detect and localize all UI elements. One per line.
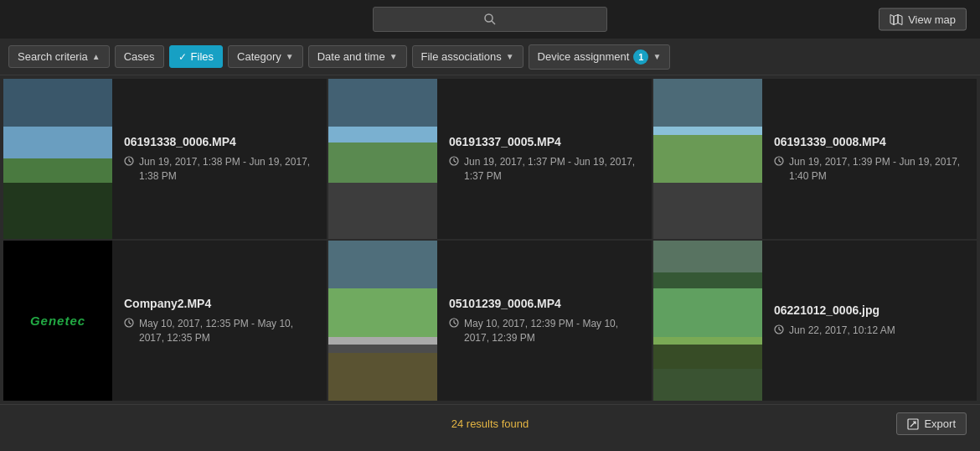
item-title: 06191338_0006.MP4 <box>124 135 315 148</box>
grid-item[interactable]: 05101239_0006.MP4May 10, 2017, 12:39 PM … <box>328 241 652 401</box>
results-text: 24 results found <box>451 417 529 430</box>
chevron-down-icon-4: ▼ <box>652 52 661 61</box>
item-info: 06191339_0008.MP4Jun 19, 2017, 1:39 PM -… <box>762 125 977 194</box>
file-assoc-label: File associations <box>421 50 502 63</box>
date-time-button[interactable]: Date and time ▼ <box>308 45 407 68</box>
results-count: 24 <box>451 417 463 430</box>
thumbnail: Genetec <box>3 241 112 401</box>
grid-item[interactable]: 06191339_0008.MP4Jun 19, 2017, 1:39 PM -… <box>653 79 977 239</box>
top-bar: View map <box>0 0 980 39</box>
item-title: 05101239_0006.MP4 <box>449 297 640 310</box>
item-date: Jun 19, 2017, 1:37 PM - Jun 19, 2017, 1:… <box>449 155 640 184</box>
item-info: 06221012_0006.jpgJun 22, 2017, 10:12 AM <box>762 293 977 348</box>
view-map-button[interactable]: View map <box>879 8 967 31</box>
item-info: Company2.MP4May 10, 2017, 12:35 PM - May… <box>112 287 327 355</box>
date-text: Jun 19, 2017, 1:39 PM - Jun 19, 2017, 1:… <box>789 155 965 184</box>
export-icon <box>907 418 919 430</box>
thumbnail <box>3 79 112 239</box>
svg-marker-3 <box>894 14 898 24</box>
svg-line-16 <box>129 323 132 324</box>
chevron-down-icon-3: ▼ <box>506 52 514 61</box>
thumbnail <box>653 241 762 401</box>
chevron-up-icon: ▲ <box>92 52 101 61</box>
cases-button[interactable]: Cases <box>115 45 164 68</box>
date-text: Jun 19, 2017, 1:37 PM - Jun 19, 2017, 1:… <box>464 155 640 184</box>
item-info: 06191337_0005.MP4Jun 19, 2017, 1:37 PM -… <box>437 125 652 194</box>
clock-icon <box>774 156 784 166</box>
item-title: 06221012_0006.jpg <box>774 303 965 317</box>
item-date: Jun 22, 2017, 10:12 AM <box>774 324 965 338</box>
thumbnail <box>328 241 437 401</box>
clock-icon <box>124 318 134 328</box>
item-date: Jun 19, 2017, 1:39 PM - Jun 19, 2017, 1:… <box>774 155 965 184</box>
item-title: Company2.MP4 <box>124 297 315 310</box>
clock-icon <box>774 324 784 334</box>
export-button[interactable]: Export <box>896 412 967 435</box>
chevron-down-icon: ▼ <box>286 52 294 61</box>
item-info: 05101239_0006.MP4May 10, 2017, 12:39 PM … <box>437 287 652 355</box>
map-icon <box>890 13 903 25</box>
clock-icon <box>449 318 459 328</box>
device-assign-badge: 1 <box>633 49 648 65</box>
check-icon: ✓ <box>178 51 187 63</box>
logo-text: Genetec <box>30 314 85 328</box>
svg-line-13 <box>779 161 781 163</box>
results-suffix: results found <box>463 417 529 430</box>
grid-item[interactable]: 06221012_0006.jpgJun 22, 2017, 10:12 AM <box>653 241 977 401</box>
item-info: 06191338_0006.MP4Jun 19, 2017, 1:38 PM -… <box>112 125 327 194</box>
svg-marker-2 <box>890 14 894 24</box>
date-text: May 10, 2017, 12:39 PM - May 10, 2017, 1… <box>464 317 640 345</box>
export-label: Export <box>924 417 956 430</box>
svg-line-7 <box>129 161 132 163</box>
clock-icon <box>449 156 459 166</box>
grid-item[interactable]: 06191338_0006.MP4Jun 19, 2017, 1:38 PM -… <box>3 79 327 239</box>
date-text: Jun 22, 2017, 10:12 AM <box>789 324 895 338</box>
svg-line-19 <box>454 323 456 324</box>
svg-point-0 <box>485 14 493 22</box>
filter-bar: Search criteria ▲ Cases ✓ Files Category… <box>0 39 980 75</box>
thumbnail <box>328 79 437 239</box>
item-date: May 10, 2017, 12:39 PM - May 10, 2017, 1… <box>449 317 640 345</box>
file-associations-button[interactable]: File associations ▼ <box>412 45 524 68</box>
search-criteria-label: Search criteria <box>18 50 88 63</box>
view-map-label: View map <box>908 13 956 26</box>
item-title: 06191339_0008.MP4 <box>774 135 965 148</box>
svg-line-10 <box>454 161 456 163</box>
svg-marker-4 <box>898 14 902 24</box>
item-date: May 10, 2017, 12:35 PM - May 10, 2017, 1… <box>124 317 315 345</box>
item-date: Jun 19, 2017, 1:38 PM - Jun 19, 2017, 1:… <box>124 155 315 184</box>
svg-line-1 <box>492 21 495 24</box>
cases-label: Cases <box>124 50 155 63</box>
svg-line-22 <box>779 329 781 331</box>
chevron-down-icon-2: ▼ <box>389 52 398 61</box>
clock-icon <box>124 156 134 166</box>
thumbnail <box>653 79 762 239</box>
date-text: Jun 19, 2017, 1:38 PM - Jun 19, 2017, 1:… <box>139 155 315 184</box>
search-icon <box>483 13 497 26</box>
date-time-label: Date and time <box>317 50 385 63</box>
search-criteria-button[interactable]: Search criteria ▲ <box>8 45 110 68</box>
item-title: 06191337_0005.MP4 <box>449 135 640 148</box>
category-button[interactable]: Category ▼ <box>228 45 303 68</box>
device-assignment-button[interactable]: Device assignment 1 ▼ <box>529 44 671 70</box>
grid-item[interactable]: GenetecCompany2.MP4May 10, 2017, 12:35 P… <box>3 241 327 401</box>
date-text: May 10, 2017, 12:35 PM - May 10, 2017, 1… <box>139 317 315 345</box>
grid-item[interactable]: 06191337_0005.MP4Jun 19, 2017, 1:37 PM -… <box>328 79 652 239</box>
file-grid: 06191338_0006.MP4Jun 19, 2017, 1:38 PM -… <box>0 75 980 404</box>
footer: 24 results found Export <box>0 404 980 443</box>
search-box[interactable] <box>373 7 607 32</box>
files-label: Files <box>191 50 214 63</box>
files-button[interactable]: ✓ Files <box>169 45 223 68</box>
device-assign-label: Device assignment <box>538 50 630 63</box>
category-label: Category <box>237 50 281 63</box>
